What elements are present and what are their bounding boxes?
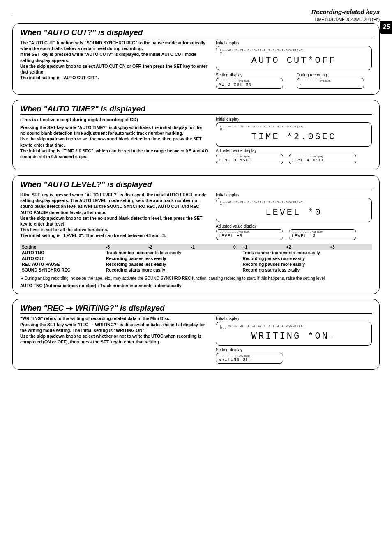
lcd-auto-level-initial: L - - - 40 - 30 - 21 - 18 - 15 - 12 - 9 … — [216, 198, 372, 222]
lcd-text: AUTO CUT*OFF — [220, 54, 367, 67]
section-rec-writing: When "REC WRITING?" is displayed "WRITIN… — [12, 299, 380, 370]
para-auto-cut: The "AUTO CUT" function sets "SOUND SYNC… — [20, 40, 209, 81]
caption-setting: Setting display — [216, 348, 372, 352]
model-line: DMF-5020/DMF-3020/MD-203 (En) — [12, 16, 380, 22]
cell: Track number increments less easily — [104, 250, 232, 256]
section-title: Recording-related keys — [12, 8, 380, 15]
table-row: AUTO TNO Track number increments less ea… — [20, 250, 372, 256]
table-row: SOUND SYNCHRO REC Recording starts more … — [20, 267, 372, 273]
note-bullet: ● During analog recording, noise on the … — [21, 276, 371, 281]
table-header: +3 — [328, 244, 372, 250]
section-auto-level: When "AUTO LEVEL?" is displayed If the S… — [12, 175, 380, 294]
meter-scale: L - - - 40 - 30 - 21 - 18 - 15 - 12 - 9 … — [220, 125, 367, 130]
table-row: REC AUTO PAUSE Recording pauses less eas… — [20, 261, 372, 267]
table-header: +2 — [285, 244, 328, 250]
lcd-text: TIME 0.5SEC — [219, 158, 280, 163]
lcd-text: WRITING OFF — [219, 357, 280, 362]
lcd-text: LEVEL *0 — [220, 206, 367, 219]
section-auto-time: When "AUTO TIME?" is displayed (This is … — [12, 100, 380, 170]
bullet-icon: ● — [21, 276, 25, 281]
meter-scale: L - - - 40 - 30 - 21 - 18 - 15 - 12 - 9 … — [220, 201, 367, 206]
cell: Recording pauses more easily — [241, 256, 372, 261]
heading-rec-writing: When "REC WRITING?" is displayed — [20, 304, 372, 314]
para-auto-level: If the SET key is pressed when "AUTO LEV… — [20, 192, 209, 238]
cell: Recording pauses less easily — [104, 261, 232, 267]
heading-auto-level: When "AUTO LEVEL?" is displayed — [20, 180, 372, 190]
lcd-text: AUTO CUT ON — [219, 82, 280, 87]
lcd-rec-writing-initial: L - - - 40 - 30 - 21 - 18 - 15 - 12 - 9 … — [216, 322, 372, 346]
cell: Recording pauses more easily — [241, 261, 372, 267]
lcd-rec-writing-setting: - - - - - - - - - - - - OVER(dB) WRITING… — [216, 353, 283, 364]
cell: Recording starts more easily — [104, 267, 232, 273]
section-auto-cut: When "AUTO CUT?" is displayed The "AUTO … — [12, 23, 380, 95]
cell: Recording starts less easily — [241, 267, 372, 273]
row-label: AUTO TNO — [20, 250, 104, 256]
caption-initial: Initial display — [216, 193, 372, 197]
table-header: -2 — [147, 244, 189, 250]
settings-table: Setting -3 -2 -1 0 +1 +2 +3 AUTO TNO Tra… — [20, 244, 372, 273]
meter-scale: L - - - 40 - 30 - 21 - 18 - 15 - 12 - 9 … — [220, 49, 367, 54]
lcd-text: · — [300, 82, 361, 87]
caption-adjusted: Adjusted value display — [216, 148, 372, 153]
row-label: SOUND SYNCHRO REC — [20, 267, 104, 273]
caption-initial: Initial display — [216, 316, 372, 321]
heading-auto-cut: When "AUTO CUT?" is displayed — [20, 28, 372, 38]
lcd-auto-time-adj-a: - - - - - - - - - - - - OVER(dB) TIME 0.… — [216, 154, 283, 164]
lcd-auto-time-initial: L - - - 40 - 30 - 21 - 18 - 15 - 12 - 9 … — [216, 122, 372, 147]
meter-scale: L - - - 40 - 30 - 21 - 18 - 15 - 12 - 9 … — [220, 325, 367, 329]
caption-adjusted: Adjusted value display — [216, 224, 372, 228]
caption-initial: Initial display — [216, 117, 372, 122]
row-label: REC AUTO PAUSE — [20, 261, 104, 267]
lcd-auto-time-adj-b: - - - - - - - - - - - - OVER(dB) TIME 4.… — [289, 154, 356, 164]
lcd-text: LEVEL -3 — [292, 233, 353, 238]
lcd-text: TIME 4.0SEC — [292, 158, 353, 163]
para-auto-time: Pressing the SET key while "AUTO TIME?" … — [20, 124, 209, 159]
arrow-right-icon — [66, 306, 73, 311]
cell: Recording pauses less easily — [104, 256, 232, 261]
caption-during: During recording — [297, 73, 372, 77]
para-rec-writing: "WRITING" refers to the writing of recor… — [20, 315, 209, 345]
lcd-auto-level-adj-b: - - - - - - - - - - - - OVER(dB) LEVEL -… — [289, 229, 356, 240]
row-label: AUTO CUT — [20, 256, 104, 261]
cell: Track number increments more easily — [241, 250, 372, 256]
table-header: +1 — [241, 244, 284, 250]
heading-suffix: WRITING?" is displayed — [73, 304, 164, 312]
lcd-auto-cut-during: - - - - - - - - - - - - OVER(dB) · — [297, 78, 364, 89]
lcd-auto-cut-setting: - - - - - - - - - - - - OVER(dB) AUTO CU… — [216, 78, 283, 89]
note-text: During analog recording, noise on the ta… — [25, 276, 326, 281]
table-header: -3 — [104, 244, 147, 250]
auto-tno-note: AUTO TNO (Automatic track number) : Trac… — [20, 283, 372, 288]
table-header: Setting — [20, 244, 104, 250]
caption-initial: Initial display — [216, 41, 372, 45]
caption-setting: Setting display — [216, 73, 291, 77]
lcd-text: LEVEL +3 — [219, 233, 280, 238]
lcd-auto-cut-initial: L - - - 40 - 30 - 21 - 18 - 15 - 12 - 9 … — [216, 46, 372, 70]
subnote-auto-time: (This is effective except during digital… — [20, 117, 209, 122]
table-row: AUTO CUT Recording pauses less easily Re… — [20, 256, 372, 261]
table-header: -1 — [189, 244, 232, 250]
lcd-text: TIME *2.0SEC — [220, 130, 367, 144]
lcd-text: WRITING *ON- — [220, 329, 367, 343]
heading-prefix: When "REC — [20, 304, 66, 312]
heading-auto-time: When "AUTO TIME?" is displayed — [20, 104, 372, 115]
lcd-auto-level-adj-a: - - - - - - - - - - - - OVER(dB) LEVEL +… — [216, 229, 283, 240]
page-number: 25 — [380, 21, 392, 34]
table-header: 0 — [232, 244, 241, 250]
